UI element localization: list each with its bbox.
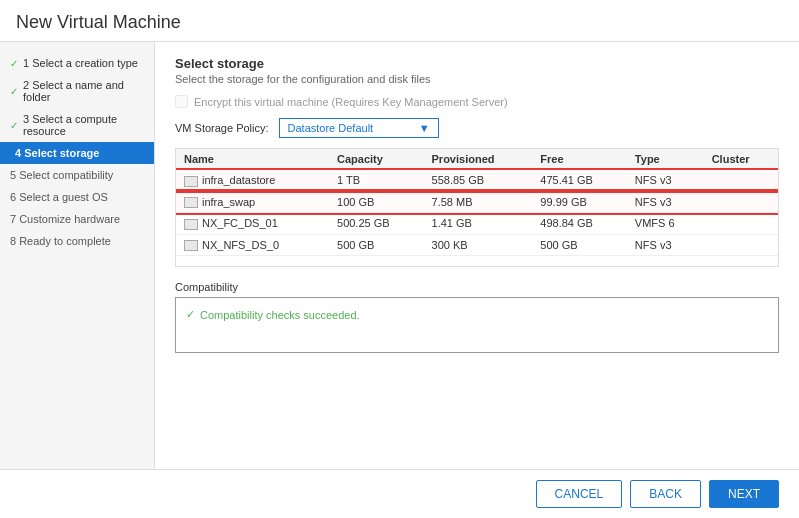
sidebar-item-3[interactable]: ✓ 3 Select a compute resource bbox=[0, 108, 154, 142]
cell-type: VMFS 6 bbox=[627, 213, 704, 235]
sidebar-item-2[interactable]: ✓ 2 Select a name and folder bbox=[0, 74, 154, 108]
cell-type: NFS v3 bbox=[627, 191, 704, 213]
cell-free: 99.99 GB bbox=[532, 191, 627, 213]
col-name: Name bbox=[176, 149, 329, 170]
encrypt-checkbox[interactable] bbox=[175, 95, 188, 108]
storage-table-container: Name Capacity Provisioned Free Type Clus… bbox=[175, 148, 779, 267]
cell-cluster bbox=[704, 170, 778, 192]
cancel-button[interactable]: CANCEL bbox=[536, 480, 623, 508]
sidebar-item-8[interactable]: 8 Ready to complete bbox=[0, 230, 154, 252]
back-button[interactable]: BACK bbox=[630, 480, 701, 508]
sidebar-label-4: 4 Select storage bbox=[15, 147, 99, 159]
cell-name: NX_NFS_DS_0 bbox=[176, 234, 329, 256]
sidebar-item-7[interactable]: 7 Customize hardware bbox=[0, 208, 154, 230]
sidebar-label-7: 7 Customize hardware bbox=[10, 213, 120, 225]
policy-select-dropdown[interactable]: Datastore Default ▼ bbox=[279, 118, 439, 138]
main-content: Select storage Select the storage for th… bbox=[155, 42, 799, 469]
col-free: Free bbox=[532, 149, 627, 170]
cell-name: infra_datastore bbox=[176, 170, 329, 192]
cell-capacity: 1 TB bbox=[329, 170, 424, 192]
col-capacity: Capacity bbox=[329, 149, 424, 170]
cell-provisioned: 1.41 GB bbox=[424, 213, 533, 235]
chevron-down-icon: ▼ bbox=[419, 122, 430, 134]
sidebar-item-6[interactable]: 6 Select a guest OS bbox=[0, 186, 154, 208]
cell-type: NFS v3 bbox=[627, 170, 704, 192]
sidebar-label-3: 3 Select a compute resource bbox=[23, 113, 144, 137]
col-cluster: Cluster bbox=[704, 149, 778, 170]
cell-provisioned: 300 KB bbox=[424, 234, 533, 256]
cell-type: NFS v3 bbox=[627, 234, 704, 256]
encrypt-label: Encrypt this virtual machine (Requires K… bbox=[194, 96, 508, 108]
storage-table: Name Capacity Provisioned Free Type Clus… bbox=[176, 149, 778, 256]
section-title: Select storage bbox=[175, 56, 779, 71]
sidebar-label-6: 6 Select a guest OS bbox=[10, 191, 108, 203]
cell-capacity: 100 GB bbox=[329, 191, 424, 213]
footer: CANCEL BACK NEXT bbox=[0, 469, 799, 518]
sidebar-label-8: 8 Ready to complete bbox=[10, 235, 111, 247]
sidebar: ✓ 1 Select a creation type ✓ 2 Select a … bbox=[0, 42, 155, 469]
compatibility-message: ✓ Compatibility checks succeeded. bbox=[186, 308, 768, 321]
cell-name: NX_FC_DS_01 bbox=[176, 213, 329, 235]
policy-label: VM Storage Policy: bbox=[175, 122, 269, 134]
cell-cluster bbox=[704, 191, 778, 213]
cell-free: 498.84 GB bbox=[532, 213, 627, 235]
cell-free: 475.41 GB bbox=[532, 170, 627, 192]
new-vm-wizard: New Virtual Machine ✓ 1 Select a creatio… bbox=[0, 0, 799, 518]
compatibility-box: ✓ Compatibility checks succeeded. bbox=[175, 297, 779, 353]
check-icon-2: ✓ bbox=[10, 86, 18, 97]
next-button[interactable]: NEXT bbox=[709, 480, 779, 508]
check-icon-3: ✓ bbox=[10, 120, 18, 131]
compat-text: Compatibility checks succeeded. bbox=[200, 309, 360, 321]
table-row[interactable]: NX_FC_DS_01500.25 GB1.41 GB498.84 GBVMFS… bbox=[176, 213, 778, 235]
cell-free: 500 GB bbox=[532, 234, 627, 256]
policy-row: VM Storage Policy: Datastore Default ▼ bbox=[175, 118, 779, 138]
sidebar-label-1: 1 Select a creation type bbox=[23, 57, 138, 69]
table-row[interactable]: infra_swap100 GB7.58 MB99.99 GBNFS v3 bbox=[176, 191, 778, 213]
sidebar-item-4[interactable]: 4 Select storage bbox=[0, 142, 154, 164]
cell-capacity: 500 GB bbox=[329, 234, 424, 256]
cell-provisioned: 558.85 GB bbox=[424, 170, 533, 192]
col-provisioned: Provisioned bbox=[424, 149, 533, 170]
page-title: New Virtual Machine bbox=[16, 12, 783, 33]
compat-check-icon: ✓ bbox=[186, 308, 195, 321]
cell-cluster bbox=[704, 234, 778, 256]
cell-provisioned: 7.58 MB bbox=[424, 191, 533, 213]
col-type: Type bbox=[627, 149, 704, 170]
cell-name: infra_swap bbox=[176, 191, 329, 213]
sidebar-item-5[interactable]: 5 Select compatibility bbox=[0, 164, 154, 186]
sidebar-item-1[interactable]: ✓ 1 Select a creation type bbox=[0, 52, 154, 74]
sidebar-label-5: 5 Select compatibility bbox=[10, 169, 113, 181]
section-subtitle: Select the storage for the configuration… bbox=[175, 73, 779, 85]
check-icon-1: ✓ bbox=[10, 58, 18, 69]
compatibility-section: Compatibility ✓ Compatibility checks suc… bbox=[175, 281, 779, 353]
encrypt-row: Encrypt this virtual machine (Requires K… bbox=[175, 95, 779, 108]
compatibility-label: Compatibility bbox=[175, 281, 779, 293]
cell-capacity: 500.25 GB bbox=[329, 213, 424, 235]
content-area: ✓ 1 Select a creation type ✓ 2 Select a … bbox=[0, 42, 799, 469]
policy-select-value: Datastore Default bbox=[288, 122, 374, 134]
sidebar-label-2: 2 Select a name and folder bbox=[23, 79, 144, 103]
table-header-row: Name Capacity Provisioned Free Type Clus… bbox=[176, 149, 778, 170]
title-bar: New Virtual Machine bbox=[0, 0, 799, 42]
table-row[interactable]: NX_NFS_DS_0500 GB300 KB500 GBNFS v3 bbox=[176, 234, 778, 256]
table-row[interactable]: infra_datastore1 TB558.85 GB475.41 GBNFS… bbox=[176, 170, 778, 192]
cell-cluster bbox=[704, 213, 778, 235]
